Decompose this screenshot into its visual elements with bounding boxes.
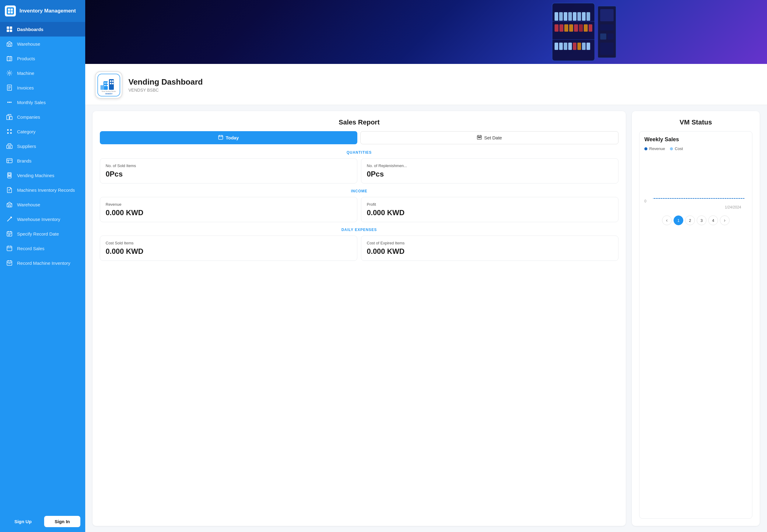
svg-rect-72 (100, 85, 104, 90)
sidebar-item-specify-record-date[interactable]: Specify Record Date (0, 226, 85, 241)
svg-rect-9 (7, 43, 12, 46)
cost-legend: Cost (670, 146, 683, 151)
svg-rect-83 (219, 135, 223, 139)
weekly-sales-title: Weekly Sales (644, 136, 747, 143)
svg-rect-10 (9, 44, 10, 46)
svg-rect-47 (559, 24, 563, 32)
svg-rect-23 (7, 145, 12, 149)
sidebar-label-warehouse2: Warehouse (17, 202, 40, 207)
sidebar-item-record-sales[interactable]: Record Sales (0, 241, 85, 256)
svg-rect-40 (564, 12, 567, 21)
weekly-sales-card: Weekly Sales Revenue Cost (639, 131, 752, 519)
sidebar-item-vending-machines[interactable]: Vending Machines (0, 168, 85, 183)
sidebar-item-warehouse[interactable]: Warehouse (0, 37, 85, 51)
daily-expenses-row: Cost Sold Items 0.000 KWD Cost of Expire… (100, 236, 618, 261)
sidebar-item-category[interactable]: Category (0, 124, 85, 139)
replenishment-card: No. of Replenishmen... 0Pcs (361, 158, 618, 184)
income-label: INCOME (100, 189, 618, 193)
brands-icon (6, 157, 13, 164)
svg-rect-49 (569, 24, 573, 32)
machine-icon (6, 70, 13, 76)
sidebar-label-vending-machines: Vending Machines (17, 173, 54, 178)
chart-area: 0 1/24/2024 (644, 156, 747, 211)
sidebar-label-companies: Companies (17, 114, 40, 120)
svg-rect-35 (552, 3, 595, 61)
date-buttons: Today Set Date (100, 131, 618, 144)
replenishment-label: No. of Replenishmen... (367, 163, 613, 168)
vending-machines-icon (6, 172, 13, 179)
sidebar-label-record-sales: Record Sales (17, 246, 44, 251)
svg-rect-87 (480, 137, 481, 138)
sidebar-item-record-machine-inventory[interactable]: Record Machine Inventory (0, 256, 85, 270)
prev-page-button[interactable]: ‹ (662, 215, 672, 225)
sidebar-item-invoices[interactable]: Invoices (0, 80, 85, 95)
sidebar-label-brands: Brands (17, 158, 32, 163)
svg-rect-54 (555, 43, 558, 50)
sidebar-header: Inventory Management (0, 0, 85, 22)
revenue-dot (644, 147, 647, 150)
revenue-legend: Revenue (644, 146, 665, 151)
svg-rect-8 (10, 30, 12, 32)
svg-rect-28 (8, 176, 9, 177)
category-icon (6, 128, 13, 135)
warehouse2-icon (6, 201, 13, 208)
sidebar-item-monthly-sales[interactable]: Monthly Sales (0, 95, 85, 110)
svg-rect-48 (564, 24, 568, 32)
svg-text:VENDSY: VENDSY (105, 93, 113, 95)
svg-point-19 (7, 129, 9, 131)
sidebar-label-machines-inventory-records: Machines Inventory Records (17, 187, 75, 193)
next-page-button[interactable]: › (720, 215, 730, 225)
page-2-button[interactable]: 2 (685, 215, 695, 225)
page-3-button[interactable]: 3 (697, 215, 706, 225)
svg-point-22 (10, 132, 12, 134)
sidebar-item-suppliers[interactable]: Suppliers (0, 139, 85, 153)
sidebar-item-warehouse-inventory[interactable]: Warehouse Inventory (0, 212, 85, 226)
svg-rect-63 (600, 9, 614, 21)
svg-rect-25 (7, 159, 12, 163)
sidebar-item-companies[interactable]: Companies (0, 110, 85, 124)
svg-rect-43 (577, 12, 581, 21)
sidebar-item-machine[interactable]: Machine (0, 66, 85, 80)
hero-banner (85, 0, 767, 64)
sold-items-value: 0Pcs (106, 170, 352, 178)
page-4-button[interactable]: 4 (708, 215, 718, 225)
profile-area: VENDSY Smart Vending Solution Vending Da… (85, 64, 767, 105)
sign-in-button[interactable]: Sign In (44, 516, 80, 527)
sidebar-item-products[interactable]: Products (0, 51, 85, 66)
replenishment-value: 0Pcs (367, 170, 613, 178)
svg-rect-75 (104, 85, 106, 86)
svg-point-16 (10, 102, 12, 103)
daily-expenses-label: DAILY EXPENSES (100, 228, 618, 232)
profit-card: Profit 0.000 KWD (361, 197, 618, 222)
today-button[interactable]: Today (100, 131, 357, 144)
sign-up-button[interactable]: Sign Up (5, 516, 41, 527)
page-1-button[interactable]: 1 (674, 215, 683, 225)
sidebar-item-warehouse2[interactable]: Warehouse (0, 197, 85, 212)
svg-rect-30 (7, 204, 12, 207)
machines-inventory-icon (6, 187, 13, 193)
svg-rect-41 (568, 12, 572, 21)
set-date-button[interactable]: Set Date (360, 131, 618, 144)
sales-report-panel: Sales Report Today Set Date QUANTITIES (93, 111, 626, 526)
svg-rect-58 (573, 43, 576, 50)
svg-rect-60 (582, 43, 586, 50)
revenue-legend-label: Revenue (649, 146, 665, 151)
profile-title: Vending Dashboard (128, 77, 203, 87)
profile-subtitle: VENDSY BSBC (128, 88, 203, 93)
sidebar-item-machines-inventory-records[interactable]: Machines Inventory Records (0, 183, 85, 197)
sidebar-label-machine: Machine (17, 71, 34, 76)
cost-dot (670, 147, 673, 150)
svg-rect-31 (9, 205, 10, 207)
svg-rect-38 (555, 12, 558, 21)
grid-calendar-icon (477, 135, 482, 141)
profit-value: 0.000 KWD (367, 208, 613, 217)
svg-rect-46 (555, 24, 559, 32)
sidebar-item-dashboards[interactable]: Dashboards (0, 22, 85, 37)
svg-rect-39 (559, 12, 563, 21)
sidebar-label-warehouse: Warehouse (17, 41, 40, 47)
sidebar-item-brands[interactable]: Brands (0, 153, 85, 168)
suppliers-icon (6, 143, 13, 149)
sidebar-label-invoices: Invoices (17, 85, 34, 90)
sales-report-title: Sales Report (100, 118, 618, 126)
sidebar-label-record-machine-inventory: Record Machine Inventory (17, 261, 70, 266)
